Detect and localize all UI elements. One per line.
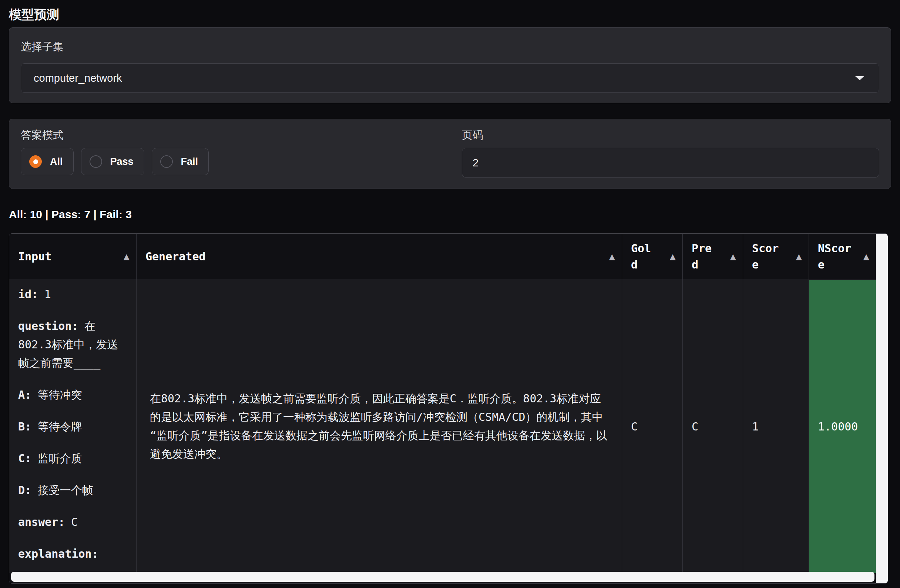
input-field-explanation: explanation: bbox=[18, 545, 127, 563]
cell-gold: C bbox=[622, 280, 683, 573]
sort-ascending-icon[interactable]: ▲ bbox=[670, 252, 676, 261]
sort-ascending-icon[interactable]: ▲ bbox=[124, 252, 130, 261]
column-header-nscore[interactable]: NScore ▲ bbox=[809, 234, 876, 280]
column-header-pred-label: Pred bbox=[692, 240, 714, 273]
table-header-row: Input ▲ Generated ▲ Gold ▲ Pred ▲ Score bbox=[9, 234, 876, 280]
cell-score: 1 bbox=[743, 280, 809, 573]
cell-generated: 在802.3标准中，发送帧之前需要监听介质，因此正确答案是C．监听介质。802.… bbox=[137, 280, 622, 573]
sort-ascending-icon[interactable]: ▲ bbox=[796, 252, 802, 261]
answer-mode-radio-group: All Pass Fail bbox=[21, 148, 462, 175]
subset-dropdown[interactable]: computer_network bbox=[21, 63, 879, 93]
sort-ascending-icon[interactable]: ▲ bbox=[730, 252, 736, 261]
horizontal-scrollbar[interactable] bbox=[11, 572, 874, 582]
radio-icon[interactable] bbox=[29, 155, 42, 168]
column-header-gold-label: Gold bbox=[631, 240, 653, 273]
input-field-option-d: D:接受一个帧 bbox=[18, 481, 127, 500]
answer-mode-label: 答案模式 bbox=[21, 129, 462, 141]
radio-option-all[interactable]: All bbox=[21, 148, 74, 175]
sort-ascending-icon[interactable]: ▲ bbox=[863, 252, 869, 261]
radio-option-all-label: All bbox=[50, 156, 63, 167]
column-header-nscore-label: NScore bbox=[818, 240, 853, 273]
chevron-down-icon[interactable] bbox=[855, 76, 864, 80]
column-header-generated-label: Generated bbox=[146, 249, 206, 265]
input-field-option-a: A:等待冲突 bbox=[18, 386, 127, 404]
page-number-input[interactable]: 2 bbox=[462, 148, 879, 178]
filter-panel: 答案模式 All Pass Fail 页码 2 bbox=[9, 119, 891, 189]
cell-nscore: 1.0000 bbox=[809, 280, 876, 573]
column-header-score-label: Score bbox=[752, 240, 781, 273]
stats-summary: All: 10 | Pass: 7 | Fail: 3 bbox=[9, 208, 891, 221]
input-field-option-c: C:监听介质 bbox=[18, 449, 127, 468]
subset-panel: 选择子集 computer_network bbox=[9, 27, 891, 103]
radio-option-pass[interactable]: Pass bbox=[81, 148, 144, 175]
predictions-table: Input ▲ Generated ▲ Gold ▲ Pred ▲ Score bbox=[9, 234, 888, 583]
cell-pred: C bbox=[683, 280, 743, 573]
column-header-input-label: Input bbox=[18, 249, 51, 265]
table-grid: Input ▲ Generated ▲ Gold ▲ Pred ▲ Score bbox=[9, 234, 876, 573]
column-header-generated[interactable]: Generated ▲ bbox=[137, 234, 622, 280]
column-header-gold[interactable]: Gold ▲ bbox=[622, 234, 683, 280]
input-field-id: id:1 bbox=[18, 285, 127, 303]
vertical-scrollbar[interactable] bbox=[876, 234, 888, 583]
radio-option-fail-label: Fail bbox=[181, 156, 199, 167]
input-field-question: question:在802.3标准中，发送帧之前需要____ bbox=[18, 317, 127, 372]
page-number-value: 2 bbox=[473, 157, 478, 169]
input-field-option-b: B:等待令牌 bbox=[18, 418, 127, 436]
app: 模型预测 选择子集 computer_network 答案模式 All Pass bbox=[0, 0, 900, 583]
page-number-label: 页码 bbox=[462, 129, 879, 141]
table-row: id:1 question:在802.3标准中，发送帧之前需要____ A:等待… bbox=[9, 280, 876, 573]
generated-text: 在802.3标准中，发送帧之前需要监听介质，因此正确答案是C．监听介质。802.… bbox=[150, 389, 608, 463]
subset-dropdown-value: computer_network bbox=[34, 72, 122, 84]
subset-label: 选择子集 bbox=[21, 40, 879, 53]
page-number-group: 页码 2 bbox=[462, 129, 879, 189]
column-header-score[interactable]: Score ▲ bbox=[743, 234, 809, 280]
column-header-pred[interactable]: Pred ▲ bbox=[683, 234, 743, 280]
cell-input: id:1 question:在802.3标准中，发送帧之前需要____ A:等待… bbox=[9, 280, 137, 573]
column-header-input[interactable]: Input ▲ bbox=[9, 234, 137, 280]
radio-icon[interactable] bbox=[90, 155, 102, 168]
radio-icon[interactable] bbox=[160, 155, 173, 168]
sort-ascending-icon[interactable]: ▲ bbox=[609, 252, 615, 261]
radio-option-pass-label: Pass bbox=[110, 156, 133, 167]
page-title: 模型预测 bbox=[9, 7, 891, 22]
radio-option-fail[interactable]: Fail bbox=[152, 148, 209, 175]
answer-mode-group: 答案模式 All Pass Fail bbox=[21, 129, 462, 189]
input-field-answer: answer:C bbox=[18, 513, 127, 531]
